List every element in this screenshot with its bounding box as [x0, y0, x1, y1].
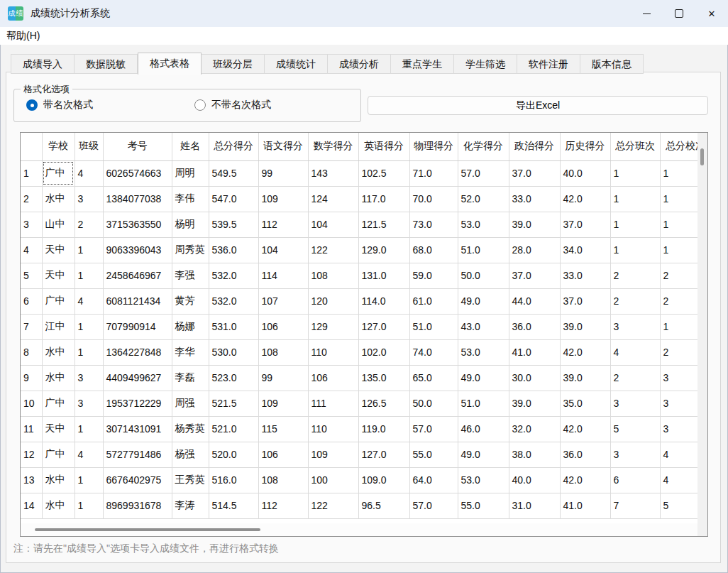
row-header[interactable]: 13	[21, 467, 42, 493]
table-cell[interactable]: 1384077038	[103, 186, 172, 212]
table-cell[interactable]: 127.0	[358, 442, 409, 467]
table-cell[interactable]: 1	[660, 314, 697, 339]
table-cell[interactable]: 68.0	[409, 237, 458, 263]
table-cell[interactable]: 1	[75, 237, 103, 263]
table-cell[interactable]: 天中	[42, 263, 75, 288]
table-cell[interactable]: 51.0	[409, 314, 458, 339]
table-cell[interactable]: 1	[610, 237, 660, 263]
row-header[interactable]: 3	[21, 212, 42, 237]
table-cell[interactable]: 3071431091	[103, 416, 172, 442]
table-cell[interactable]: 106	[258, 442, 308, 467]
tab-item[interactable]: 重点学生	[391, 54, 454, 74]
table-cell[interactable]: 131.0	[358, 263, 409, 288]
table-cell[interactable]: 39.0	[509, 391, 560, 416]
table-cell[interactable]: 108	[258, 467, 308, 493]
table-cell[interactable]: 6081121434	[103, 288, 172, 314]
table-cell[interactable]: 99	[258, 365, 308, 391]
row-header[interactable]: 12	[21, 442, 42, 467]
table-cell[interactable]: 49.0	[458, 365, 509, 391]
table-cell[interactable]: 114.0	[358, 288, 409, 314]
table-cell[interactable]: 109.0	[358, 467, 409, 493]
table-cell[interactable]: 53.0	[458, 467, 509, 493]
table-cell[interactable]: 532.0	[209, 263, 258, 288]
table-cell[interactable]: 43.0	[458, 314, 509, 339]
table-cell[interactable]: 李磊	[172, 365, 209, 391]
tab-item[interactable]: 软件注册	[517, 54, 580, 74]
radio-icon[interactable]	[194, 99, 206, 111]
table-cell[interactable]: 37.0	[509, 160, 560, 186]
table-cell[interactable]: 2	[75, 212, 103, 237]
table-cell[interactable]: 110	[308, 416, 358, 442]
table-cell[interactable]: 112	[258, 212, 308, 237]
tab-item[interactable]: 数据脱敏	[75, 54, 138, 74]
table-cell[interactable]: 71.0	[409, 160, 458, 186]
row-header[interactable]: 5	[21, 263, 42, 288]
table-cell[interactable]: 532.0	[209, 288, 258, 314]
table-cell[interactable]: 51.0	[458, 237, 509, 263]
table-cell[interactable]: 59.0	[409, 263, 458, 288]
table-cell[interactable]: 99	[258, 160, 308, 186]
table-cell[interactable]: 55.0	[409, 442, 458, 467]
table-cell[interactable]: 水中	[42, 365, 75, 391]
radio-icon[interactable]	[26, 99, 38, 111]
table-cell[interactable]: 3	[660, 416, 697, 442]
table-cell[interactable]: 521.0	[209, 416, 258, 442]
table-cell[interactable]: 1	[75, 314, 103, 339]
table-cell[interactable]: 1364227848	[103, 339, 172, 365]
table-cell[interactable]: 110	[308, 339, 358, 365]
table-cell[interactable]: 523.0	[209, 365, 258, 391]
table-cell[interactable]: 水中	[42, 467, 75, 493]
table-cell[interactable]: 3	[75, 365, 103, 391]
row-header[interactable]: 6	[21, 288, 42, 314]
table-cell[interactable]: 5	[660, 493, 697, 518]
table-cell[interactable]: 115	[258, 416, 308, 442]
table-cell[interactable]: 广中	[42, 442, 75, 467]
table-cell[interactable]: 37.0	[509, 263, 560, 288]
table-cell[interactable]: 李涛	[172, 493, 209, 518]
table-cell[interactable]: 104	[258, 237, 308, 263]
column-header[interactable]: 语文得分	[258, 133, 308, 160]
table-cell[interactable]: 1	[660, 212, 697, 237]
table-cell[interactable]: 112	[258, 493, 308, 518]
table-cell[interactable]: 33.0	[509, 186, 560, 212]
table-cell[interactable]: 5	[610, 416, 660, 442]
table-cell[interactable]: 39.0	[560, 365, 610, 391]
table-cell[interactable]: 广中	[42, 160, 75, 186]
table-cell[interactable]: 37.0	[560, 288, 610, 314]
table-cell[interactable]: 109	[308, 442, 358, 467]
table-cell[interactable]: 周强	[172, 391, 209, 416]
column-header[interactable]: 物理得分	[409, 133, 458, 160]
table-cell[interactable]: 周明	[172, 160, 209, 186]
column-header[interactable]: 姓名	[172, 133, 209, 160]
horizontal-scrollbar[interactable]	[21, 523, 697, 536]
table-cell[interactable]: 126.5	[358, 391, 409, 416]
table-cell[interactable]: 35.0	[560, 391, 610, 416]
table-cell[interactable]: 黄芳	[172, 288, 209, 314]
table-cell[interactable]: 33.0	[560, 263, 610, 288]
column-header[interactable]: 英语得分	[358, 133, 409, 160]
table-cell[interactable]: 520.0	[209, 442, 258, 467]
horizontal-scrollbar-thumb[interactable]	[35, 528, 260, 531]
table-cell[interactable]: 1	[610, 186, 660, 212]
table-cell[interactable]: 6676402975	[103, 467, 172, 493]
row-header[interactable]: 10	[21, 391, 42, 416]
table-cell[interactable]: 61.0	[409, 288, 458, 314]
tab-item[interactable]: 班级分层	[202, 54, 265, 74]
table-cell[interactable]: 42.0	[560, 339, 610, 365]
table-cell[interactable]: 111	[308, 391, 358, 416]
table-cell[interactable]: 杨强	[172, 442, 209, 467]
table-cell[interactable]: 江中	[42, 314, 75, 339]
menu-item-help[interactable]: 帮助(H)	[0, 30, 46, 43]
table-cell[interactable]: 3	[610, 314, 660, 339]
table-cell[interactable]: 1	[610, 160, 660, 186]
vertical-scrollbar[interactable]	[697, 133, 707, 523]
table-cell[interactable]: 2	[660, 339, 697, 365]
row-header[interactable]: 9	[21, 365, 42, 391]
table-cell[interactable]: 117.0	[358, 186, 409, 212]
table-cell[interactable]: 2458646967	[103, 263, 172, 288]
table-cell[interactable]: 40.0	[560, 160, 610, 186]
table-cell[interactable]: 53.0	[458, 339, 509, 365]
export-excel-button[interactable]: 导出Excel	[368, 96, 708, 115]
table-cell[interactable]: 广中	[42, 288, 75, 314]
table-cell[interactable]: 3	[75, 391, 103, 416]
